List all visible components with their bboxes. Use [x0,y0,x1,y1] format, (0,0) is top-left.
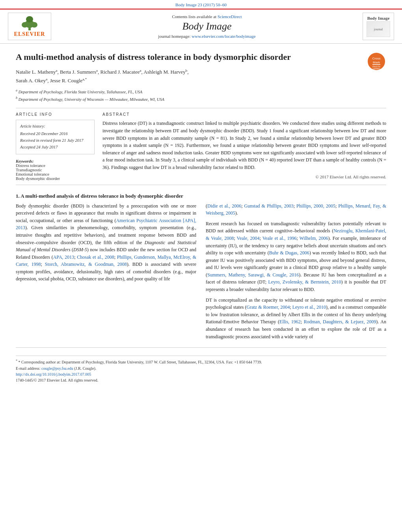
author-5: Sarah A. Okeya [16,78,47,83]
body-p4: DT is conceptualized as the capacity to … [206,297,386,341]
crossmark-badge[interactable]: Cross Mark check for updates [367,52,386,71]
journal-header: ELSEVIER Contents lists available at Sci… [0,9,402,44]
ref-buhr-link[interactable]: Buhr & Dugas, 2006 [269,250,309,256]
body-section-title: 1. A multi-method analysis of distress t… [16,193,386,199]
science-direct-link[interactable]: ScienceDirect [218,14,242,19]
body-p3: Recent research has focused on transdiag… [206,220,386,293]
keywords-section: Keywords: Distress tolerance Transdiagno… [16,159,95,181]
elsevier-logo: ELSEVIER [8,13,51,40]
keywords-label: Keywords: [16,159,95,163]
ref-leyro-link[interactable]: Leyro, Zvolensky, & Bernstein, 2010 [268,279,341,285]
author-3: Richard J. Macateea [100,69,141,75]
divider-2 [16,185,386,185]
author-1: Natalie L. Mathenya [16,69,57,75]
main-content: A multi-method analysis of distress tole… [0,44,402,392]
doi-link[interactable]: http://dx.doi.org/10.1016/j.bodyim.2017.… [16,372,91,376]
svg-text:updates: updates [373,67,380,70]
keyword-1: Distress tolerance [16,163,95,168]
ref-veale2004-link[interactable]: Veale, 2004 [237,235,260,241]
affiliation-a: a Department of Psychology, Florida Stat… [16,88,386,95]
svg-point-4 [26,16,33,22]
ref-apa2013b-link[interactable]: APA, 2013 [53,254,74,260]
keyword-4: Body dysmorphic disorder [16,176,95,181]
ref-rodman-link[interactable]: Rodman, Daughters, & Lejuez, 2009 [304,319,376,324]
body-image-logo-box: Body Image journal [363,13,394,40]
homepage-link[interactable]: www.elsevier.com/locate/bodyimage [192,34,255,39]
body-col-left: Body dysmorphic disorder (BDD) is charac… [16,202,196,344]
keyword-3: Emotional tolerance [16,172,95,176]
body-p2: (Didie et al., 2006; Gunstad & Phillips,… [206,202,386,217]
info-abstract-section: Article Info Article history: Received 2… [16,112,386,180]
article-history-box: Article history: Received 20 December 20… [16,120,95,154]
article-title-section: A multi-method analysis of distress tole… [16,52,386,63]
abstract-text: Distress tolerance (DT) is a transdiagno… [102,120,386,171]
abstract-heading: Abstract [102,112,386,117]
issn-line: 1740-1445/© 2017 Elsevier Ltd. All right… [16,378,386,382]
page-footer: * * Corresponding author at: Department … [16,356,386,382]
accepted-date: Accepted 24 July 2017 [20,144,90,151]
body-p1: Body dysmorphic disorder (BDD) is charac… [16,202,196,283]
ref-leyro2-link[interactable]: Leyro et al., 2010 [292,304,326,310]
svg-text:Cross: Cross [372,57,381,60]
authors-line: Natalie L. Mathenya, Berta J. Summersa, … [16,68,386,85]
body-two-col: Body dysmorphic disorder (BDD) is charac… [16,202,386,344]
affiliation-b: b Department of Psychology, University o… [16,96,386,102]
journal-title: Body Image [51,20,363,32]
ref-phillips2000-link[interactable]: Phillips, 2000, 2005 [296,203,335,209]
author-6: Jesse R. Couglea,* [50,78,87,83]
email-note: E-mail address: cougle@psy.fsu.edu (J.R.… [16,366,386,371]
journal-center: Contents lists available at ScienceDirec… [51,14,363,39]
top-bar: Body Image 23 (2017) 50–60 [0,0,402,9]
svg-point-3 [31,22,37,28]
received-date: Received 20 December 2016 [20,131,90,137]
ref-chosak-link[interactable]: Chosak et al., 2008 [77,254,114,260]
svg-text:Mark: Mark [373,61,380,64]
ref-gunstad-link[interactable]: Gunstad & Phillips, 2003 [244,203,294,209]
author-4: Ashleigh M. Harveyb [143,69,187,75]
ref-storch-link[interactable]: Storch, Abramowitz, & Goodman, 2008 [45,261,127,267]
journal-homepage: journal homepage: www.elsevier.com/locat… [51,34,363,39]
ref-wilhelm-link[interactable]: Wilhelm, 2006 [300,235,328,241]
ref-didie-link[interactable]: Didie et al., 2006 [207,203,241,209]
article-title: A multi-method analysis of distress tole… [16,52,386,63]
article-info-heading: Article Info [16,112,95,117]
abstract-col: Abstract Distress tolerance (DT) is a tr… [102,112,386,180]
history-label: Article history: [20,123,90,130]
affiliations: a Department of Psychology, Florida Stat… [16,88,386,103]
article-info-col: Article Info Article history: Received 2… [16,112,95,180]
author-2: Berta J. Summersa [60,69,98,75]
keyword-2: Transdiagnostic [16,168,95,172]
copyright-line: © 2017 Elsevier Ltd. All rights reserved… [102,174,386,179]
ref-ellis-link[interactable]: Ellis, 1962 [279,319,301,324]
logo-title: Body Image [367,16,390,20]
divider-footer [16,347,386,348]
doi-line: http://dx.doi.org/10.1016/j.bodyim.2017.… [16,372,386,376]
ref-gratz-link[interactable]: Gratz & Roemer, 2004 [247,304,290,310]
ref-veale1996-link[interactable]: Veale et al., 1996 [262,235,297,241]
elsevier-text: ELSEVIER [14,31,45,37]
corresponding-author-note: * * Corresponding author at: Department … [16,359,386,364]
author-email-link[interactable]: cougle@psy.fsu.edu [41,366,73,371]
crossmark-icon: Cross Mark check for updates [367,52,386,71]
body-section: 1. A multi-method analysis of distress t… [16,193,386,344]
contents-text: Contents lists available at ScienceDirec… [51,14,363,19]
body-col-right: (Didie et al., 2006; Gunstad & Phillips,… [206,202,386,344]
logo-preview: journal [367,21,390,37]
journal-volume-link[interactable]: Body Image 23 (2017) 50–60 [175,2,227,7]
ref-apa2013-link[interactable]: American Psychiatric Association [APA], … [16,218,196,231]
elsevier-tree-icon [18,15,41,31]
divider-1 [16,108,386,108]
ref-summers2016-link[interactable]: Summers, Matheny, Sarawgi, & Cougle, 201… [207,272,299,278]
svg-point-2 [22,22,28,28]
revised-date: Received in revised form 21 July 2017 [20,137,90,144]
